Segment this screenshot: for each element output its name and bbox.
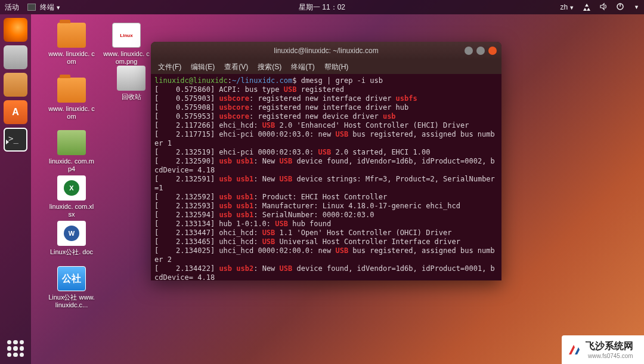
- video-icon: [57, 130, 86, 155]
- terminal-menubar: 文件(F)编辑(E)查看(V)搜索(S)终端(T)帮助(H): [151, 60, 501, 74]
- terminal-window: linuxidc@linuxidc: ~/linuxidc.com 文件(F)编…: [151, 42, 501, 280]
- desktop-icon-label: www. linuxidc. com: [48, 50, 95, 66]
- running-indicator-icon: [6, 140, 9, 144]
- window-minimize-button[interactable]: [465, 47, 473, 55]
- terminal-menu-item-2[interactable]: 查看(V): [221, 61, 252, 73]
- desktop-icon-label: www. linuxidc. com.png: [103, 50, 150, 66]
- terminal-menu-item-0[interactable]: 文件(F): [154, 61, 185, 73]
- dock-software[interactable]: A: [4, 100, 27, 124]
- terminal-icon: [27, 4, 36, 11]
- chevron-down-icon: ▼: [55, 5, 61, 11]
- input-method-indicator[interactable]: zh▼: [560, 3, 574, 11]
- folder-icon: [57, 23, 86, 48]
- dock: A: [0, 14, 31, 364]
- dock-terminal[interactable]: [4, 128, 27, 152]
- terminal-output[interactable]: linuxidc@linuxidc:~/linuxidc.com$ dmesg …: [151, 74, 501, 280]
- activities-button[interactable]: 活动: [5, 2, 19, 13]
- window-title: linuxidc@linuxidc: ~/linuxidc.com: [274, 47, 378, 55]
- desktop-icon-label: linuxidc. com.mp4: [48, 158, 95, 173]
- desktop-icon-trash[interactable]: 回收站: [107, 66, 155, 101]
- top-panel: 活动 终端▼ 星期一 11：02 zh▼ ▼: [0, 0, 644, 14]
- watermark-brand: 飞沙系统网: [586, 340, 633, 353]
- terminal-menu-item-1[interactable]: 编辑(E): [187, 61, 218, 73]
- window-maximize-button[interactable]: [476, 47, 485, 55]
- show-applications-button[interactable]: [7, 340, 24, 357]
- window-close-button[interactable]: [488, 47, 497, 55]
- desktop-icon-folder2[interactable]: www. linuxidc. com: [48, 78, 95, 121]
- desktop-icon-xlsx[interactable]: Xlinuxidc. com.xlsx: [48, 175, 95, 218]
- xlsx-icon: X: [57, 175, 86, 200]
- desktop-icon-doc[interactable]: WLinux公社. doc: [48, 221, 95, 256]
- volume-icon[interactable]: [599, 2, 608, 13]
- watermark-url: www.fs0745.com: [588, 353, 633, 359]
- terminal-menu-item-5[interactable]: 帮助(H): [321, 61, 352, 73]
- network-icon[interactable]: [583, 2, 591, 13]
- watermark: 飞沙系统网 www.fs0745.com: [562, 335, 644, 364]
- watermark-logo-icon: [566, 343, 581, 357]
- active-app-indicator[interactable]: 终端▼: [27, 2, 61, 13]
- terminal-menu-item-4[interactable]: 终端(T): [287, 61, 318, 73]
- desktop-icon-label: www. linuxidc. com: [48, 105, 95, 121]
- window-titlebar[interactable]: linuxidc@linuxidc: ~/linuxidc.com: [151, 42, 501, 60]
- doc-icon: W: [57, 221, 86, 246]
- dock-firefox[interactable]: [4, 18, 27, 42]
- system-menu-chevron[interactable]: ▼: [634, 4, 639, 10]
- desktop-icon-label: 回收站: [107, 93, 155, 101]
- desktop-icon-folder1[interactable]: www. linuxidc. com: [48, 23, 95, 66]
- terminal-menu-item-3[interactable]: 搜索(S): [254, 61, 285, 73]
- desktop-icon-label: linuxidc. com.xlsx: [48, 203, 95, 218]
- power-icon[interactable]: [616, 2, 624, 13]
- trash-icon: [117, 66, 145, 91]
- clock[interactable]: 星期一 11：02: [299, 2, 345, 13]
- dock-files[interactable]: [4, 73, 27, 97]
- desktop-icon-web[interactable]: 公社Linux公社 www. linuxidc.c...: [48, 266, 95, 309]
- webicon-icon: 公社: [57, 266, 86, 291]
- desktop-icon-label: Linux公社 www. linuxidc.c...: [48, 294, 95, 309]
- desktop-icon-video[interactable]: linuxidc. com.mp4: [48, 130, 95, 173]
- desktop-icon-label: Linux公社. doc: [48, 248, 95, 256]
- imgfile-icon: Linux: [112, 23, 141, 48]
- folder-icon: [57, 78, 86, 103]
- desktop-icon-img1[interactable]: Linuxwww. linuxidc. com.png: [103, 23, 150, 66]
- dock-camera[interactable]: [4, 45, 27, 69]
